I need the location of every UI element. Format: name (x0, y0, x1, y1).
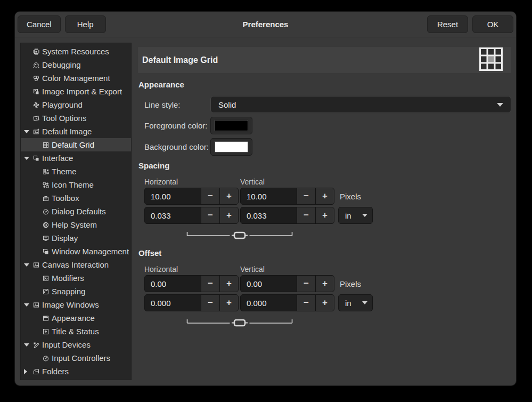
sidebar-item-label: Theme (52, 167, 77, 176)
sidebar-item-image-windows[interactable]: Image Windows (21, 298, 131, 311)
sidebar-item-icon-theme[interactable]: Icon Theme (21, 178, 131, 191)
sidebar-item-label: Icon Theme (52, 180, 94, 189)
sidebar-item-toolbox[interactable]: Toolbox (21, 191, 131, 205)
spacing-pixels-unit-label: Pixels (340, 192, 361, 201)
sidebar-item-label: Folders (42, 367, 69, 376)
spacing-horizontal-unit-decrement-button[interactable]: − (201, 207, 219, 223)
offset-vertical-pixels-input[interactable] (241, 276, 297, 292)
offset-vertical-unit-increment-button[interactable]: + (315, 295, 334, 311)
offset-vertical-pixels-spinner: − + (240, 275, 334, 292)
offset-vertical-unit-input[interactable] (241, 295, 297, 311)
spacing-vertical-pixels-spinner: − + (240, 188, 334, 205)
sidebar-item-display[interactable]: Display (21, 231, 131, 245)
dialog-content: System ResourcesDebuggingColor Managemen… (15, 38, 516, 385)
sidebar-item-input-devices[interactable]: Input Devices (21, 338, 131, 351)
offset-vertical-pixels-increment-button[interactable]: + (315, 276, 334, 292)
offset-horizontal-unit-decrement-button[interactable]: − (201, 295, 219, 311)
input-controllers-icon (42, 355, 52, 362)
sidebar-item-label: Title & Status (52, 327, 99, 336)
expander-down-icon[interactable] (24, 303, 32, 307)
expander-down-icon[interactable] (24, 343, 32, 347)
offset-pixels-unit-label: Pixels (340, 279, 361, 288)
offset-vertical-unit-decrement-button[interactable]: − (297, 295, 315, 311)
expander-down-icon[interactable] (24, 263, 32, 267)
sidebar-item-title-and-status[interactable]: Title & Status (21, 325, 131, 338)
spacing-vertical-unit-spinner: − + (240, 207, 334, 224)
input-devices-icon (32, 341, 42, 349)
system-resources-icon (32, 48, 42, 55)
offset-horizontal-unit-input[interactable] (145, 295, 201, 311)
sidebar-item-label: Snapping (52, 287, 85, 296)
offset-horizontal-unit-increment-button[interactable]: + (219, 295, 238, 311)
sidebar-item-color-management[interactable]: Color Management (21, 71, 131, 85)
grid-icon (478, 46, 504, 74)
sidebar-item-snapping[interactable]: Snapping (21, 285, 131, 298)
sidebar-item-default-image[interactable]: Default Image (21, 125, 131, 138)
spacing-horizontal-unit-input[interactable] (145, 207, 201, 223)
playground-icon (32, 101, 42, 109)
offset-link-chain-toggle[interactable] (186, 317, 293, 327)
sidebar-item-label: Color Management (42, 74, 110, 83)
expander-down-icon[interactable] (24, 130, 32, 133)
offset-vertical-pixels-decrement-button[interactable]: − (297, 276, 315, 292)
sidebar-item-label: Canvas Interaction (42, 260, 109, 269)
sidebar-item-folders[interactable]: Folders (21, 365, 131, 378)
sidebar-item-label: Input Devices (42, 340, 91, 349)
window-management-icon (42, 248, 52, 255)
page-header: Default Image Grid (138, 47, 511, 73)
sidebar-item-playground[interactable]: Playground (21, 98, 131, 111)
sidebar-item-tool-options[interactable]: Tool Options (21, 111, 131, 125)
spacing-unit-dropdown[interactable]: in (338, 207, 373, 224)
foreground-color-swatch (215, 120, 248, 131)
offset-horizontal-pixels-input[interactable] (145, 276, 201, 292)
offset-unit-dropdown[interactable]: in (338, 294, 373, 311)
line-style-dropdown[interactable]: Solid (210, 96, 511, 113)
foreground-color-button[interactable] (210, 117, 252, 134)
sidebar-item-input-controllers[interactable]: Input Controllers (21, 351, 131, 365)
sidebar-item-interface[interactable]: Interface (21, 151, 131, 165)
sidebar-item-label: Toolbox (52, 194, 79, 203)
spacing-link-chain-toggle[interactable] (186, 230, 293, 239)
sidebar-item-theme[interactable]: Theme (21, 165, 131, 178)
spacing-horizontal-pixels-increment-button[interactable]: + (219, 188, 238, 204)
spacing-vertical-unit-input[interactable] (241, 207, 297, 223)
sidebar-item-help-system[interactable]: Help System (21, 218, 131, 231)
sidebar-item-label: Debugging (42, 60, 81, 69)
sidebar-item-default-grid[interactable]: Default Grid (21, 138, 131, 151)
sidebar-item-image-import-and-export[interactable]: Image Import & Export (21, 85, 131, 98)
help-button[interactable]: Help (65, 15, 106, 33)
spacing-horizontal-pixels-decrement-button[interactable]: − (201, 188, 219, 204)
sidebar-item-debugging[interactable]: Debugging (21, 58, 131, 71)
ok-button[interactable]: OK (472, 15, 513, 33)
reset-button[interactable]: Reset (427, 15, 468, 33)
image-import-export-icon (32, 88, 42, 95)
sidebar-item-appearance[interactable]: Appearance (21, 311, 131, 325)
expander-right-icon[interactable] (24, 369, 32, 374)
spacing-horizontal-column-label: Horizontal (144, 178, 240, 186)
sidebar-item-modifiers[interactable]: Modifiers (21, 271, 131, 285)
default-grid-icon (42, 141, 52, 149)
background-color-button[interactable] (210, 138, 252, 156)
spacing-vertical-pixels-input[interactable] (241, 188, 297, 204)
sidebar-item-system-resources[interactable]: System Resources (21, 45, 131, 58)
spacing-vertical-unit-increment-button[interactable]: + (315, 207, 334, 223)
spacing-horizontal-pixels-input[interactable] (145, 188, 201, 204)
sidebar-item-label: System Resources (42, 47, 109, 56)
cancel-button[interactable]: Cancel (18, 15, 61, 33)
sidebar-item-canvas-interaction[interactable]: Canvas Interaction (21, 258, 131, 271)
spacing-vertical-unit-decrement-button[interactable]: − (297, 207, 315, 223)
dialog-defaults-icon (42, 208, 52, 215)
spacing-horizontal-unit-increment-button[interactable]: + (219, 207, 238, 223)
offset-horizontal-unit-spinner: − + (144, 294, 239, 311)
sidebar-item-window-management[interactable]: Window Management (21, 245, 131, 258)
offset-heading: Offset (138, 248, 511, 258)
spacing-vertical-pixels-decrement-button[interactable]: − (297, 188, 315, 204)
titlebar-left-buttons: Cancel Help (18, 15, 106, 33)
spacing-vertical-pixels-increment-button[interactable]: + (315, 188, 334, 204)
sidebar-item-dialog-defaults[interactable]: Dialog Defaults (21, 205, 131, 218)
offset-horizontal-pixels-decrement-button[interactable]: − (201, 276, 219, 292)
offset-horizontal-pixels-increment-button[interactable]: + (219, 276, 238, 292)
expander-down-icon[interactable] (24, 157, 32, 160)
theme-icon (42, 168, 52, 175)
sidebar-item-label: Image Import & Export (42, 87, 122, 96)
